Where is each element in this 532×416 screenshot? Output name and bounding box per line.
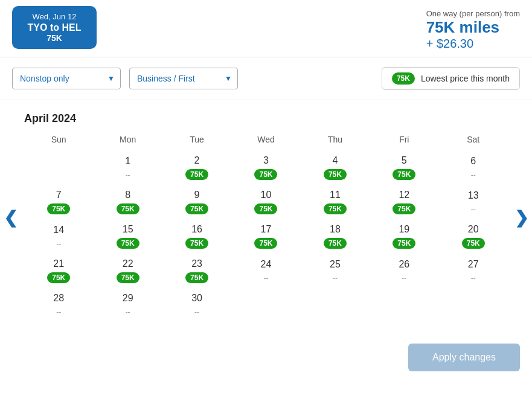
header: Wed, Jun 12 TYO to HEL 75K One way (per … [0, 0, 532, 57]
day-price: -- [471, 274, 476, 283]
day-number: 13 [441, 190, 505, 201]
calendar-day-cell[interactable]: 2175K [24, 254, 93, 288]
nonstop-filter[interactable]: Nonstop only All flights [12, 68, 121, 89]
calendar-section: ❮ April 2024 SunMonTueWedThuFriSat 1--27… [0, 100, 532, 334]
calendar-day-cell[interactable]: 1675K [162, 219, 231, 254]
calendar-day-cell [301, 288, 370, 322]
day-number: 21 [27, 258, 91, 269]
day-price: -- [56, 240, 61, 248]
calendar-day-cell[interactable]: 475K [301, 150, 370, 185]
filter-bar: Nonstop only All flights ▼ Business / Fi… [0, 57, 532, 100]
calendar-day-cell [231, 288, 300, 322]
day-price: 75K [393, 203, 415, 214]
calendar-day-cell[interactable]: 30-- [162, 288, 231, 322]
day-price: 75K [47, 203, 70, 214]
day-price: 75K [393, 238, 415, 249]
lowest-price-miles-badge: 75K [392, 72, 415, 85]
calendar-day-cell [24, 150, 93, 185]
calendar-day-cell[interactable]: 13-- [439, 185, 508, 219]
day-number: 1 [95, 156, 159, 167]
day-number: 12 [372, 190, 436, 200]
calendar-day-cell[interactable]: 375K [231, 150, 300, 185]
calendar-day-cell[interactable]: 575K [370, 150, 438, 185]
calendar-day-cell[interactable]: 29-- [93, 288, 162, 322]
day-number: 2 [165, 155, 229, 166]
day-price: 75K [393, 169, 415, 180]
day-number: 22 [95, 258, 159, 269]
day-price: 75K [254, 238, 277, 249]
price-surcharge: + $26.30 [426, 37, 520, 51]
day-price: -- [402, 274, 406, 283]
calendar-day-header: Fri [370, 135, 438, 150]
day-price: 75K [185, 238, 208, 249]
calendar-day-cell [439, 288, 508, 322]
calendar-week-row: 1--275K375K475K575K6-- [24, 150, 508, 185]
day-price: 75K [47, 272, 70, 283]
calendar-header: SunMonTueWedThuFriSat [24, 135, 508, 150]
day-price: -- [471, 171, 476, 179]
day-number: 17 [234, 224, 298, 235]
calendar-day-header: Sun [24, 135, 93, 150]
cabin-filter[interactable]: Business / First Economy Premium Economy [129, 68, 238, 89]
day-price: -- [333, 274, 338, 283]
day-price: 75K [324, 238, 347, 249]
calendar-day-cell[interactable]: 1175K [301, 185, 370, 219]
day-price: -- [126, 171, 130, 179]
flight-summary[interactable]: Wed, Jun 12 TYO to HEL 75K [12, 6, 97, 49]
calendar-day-cell[interactable]: 1-- [93, 150, 162, 185]
day-number: 27 [441, 259, 505, 270]
calendar-day-header: Mon [93, 135, 162, 150]
flight-route: TYO to HEL [22, 22, 87, 33]
day-number: 15 [95, 224, 159, 235]
calendar-day-cell[interactable]: 275K [162, 150, 231, 185]
prev-month-button[interactable]: ❮ [4, 207, 18, 227]
flight-miles: 75K [22, 33, 87, 43]
calendar-day-cell[interactable]: 14-- [24, 219, 93, 254]
day-price: -- [56, 308, 61, 316]
day-price: 75K [117, 238, 139, 249]
calendar-day-cell[interactable]: 1275K [370, 185, 438, 219]
calendar-body: 1--275K375K475K575K6--775K875K975K1075K1… [24, 150, 508, 322]
calendar-day-cell[interactable]: 975K [162, 185, 231, 219]
day-number: 11 [303, 190, 367, 200]
calendar-day-cell[interactable]: 2075K [439, 219, 508, 254]
calendar-day-cell[interactable]: 2275K [93, 254, 162, 288]
apply-changes-button[interactable]: Apply changes [408, 344, 520, 371]
calendar-month-label: April 2024 [24, 112, 508, 125]
day-number: 29 [95, 293, 159, 304]
calendar-day-cell [370, 288, 438, 322]
calendar-day-cell[interactable]: 6-- [439, 150, 508, 185]
calendar-day-cell[interactable]: 28-- [24, 288, 93, 322]
day-number: 4 [303, 155, 367, 166]
day-price: 75K [117, 272, 139, 283]
calendar-week-row: 2175K2275K2375K24--25--26--27-- [24, 254, 508, 288]
calendar-week-row: 28--29--30-- [24, 288, 508, 322]
day-number: 20 [441, 224, 505, 235]
day-number: 5 [372, 155, 436, 166]
calendar-day-cell[interactable]: 1075K [231, 185, 300, 219]
calendar-day-cell[interactable]: 24-- [231, 254, 300, 288]
calendar-day-header: Sat [439, 135, 508, 150]
calendar-day-cell[interactable]: 1975K [370, 219, 438, 254]
price-miles: 75K miles [426, 18, 520, 37]
calendar-day-cell[interactable]: 1875K [301, 219, 370, 254]
calendar-day-cell[interactable]: 1775K [231, 219, 300, 254]
calendar-day-cell[interactable]: 875K [93, 185, 162, 219]
flight-date: Wed, Jun 12 [22, 12, 87, 21]
next-month-button[interactable]: ❯ [514, 207, 528, 227]
lowest-price-label: Lowest price this month [421, 74, 510, 83]
calendar-day-cell[interactable]: 775K [24, 185, 93, 219]
day-price: -- [126, 308, 130, 316]
calendar-day-cell[interactable]: 1575K [93, 219, 162, 254]
calendar-day-cell[interactable]: 27-- [439, 254, 508, 288]
calendar-table: SunMonTueWedThuFriSat 1--275K375K475K575… [24, 135, 508, 322]
calendar-day-cell[interactable]: 26-- [370, 254, 438, 288]
calendar-day-cell[interactable]: 2375K [162, 254, 231, 288]
day-price: 75K [462, 238, 485, 249]
calendar-day-cell[interactable]: 25-- [301, 254, 370, 288]
day-price: 75K [185, 203, 208, 214]
day-number: 6 [441, 156, 505, 167]
day-price: -- [471, 205, 476, 214]
day-number: 9 [165, 190, 229, 200]
day-price: 75K [324, 203, 347, 214]
